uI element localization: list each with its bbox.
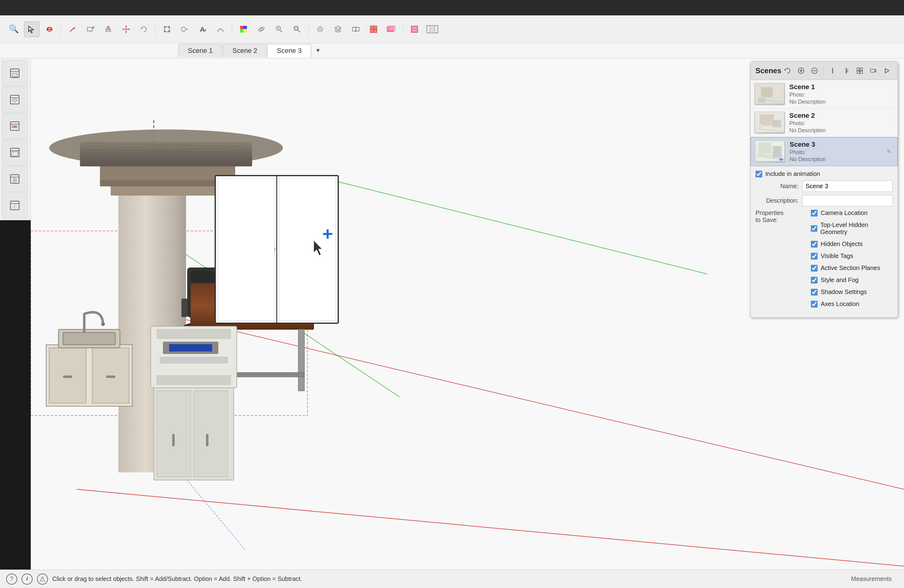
svg-rect-64 [12,125,14,128]
scale-icon[interactable] [159,22,175,37]
sidebar-btn-entity[interactable]: i [2,193,28,218]
search-tool-icon[interactable]: 🔍 [6,22,22,37]
scene-3-edit-button[interactable]: ✎ [884,147,893,156]
svg-rect-39 [295,27,297,30]
prop-hidden-geom-label: Top-Level Hidden Geometry [820,221,893,236]
sidebar-btn-home[interactable] [2,60,28,86]
svg-rect-136 [194,391,228,477]
prop-axes-checkbox[interactable] [811,301,818,308]
svg-rect-177 [773,146,781,158]
scene-tab-1[interactable]: Scene 1 [179,44,222,57]
scene-more-button[interactable] [881,65,893,77]
section-icon[interactable] [348,22,363,37]
scene-thumb-1 [754,83,785,105]
zoom-icon[interactable] [272,22,287,37]
svg-line-4 [70,31,71,32]
arc-icon[interactable] [213,22,228,37]
prop-hidden-obj-checkbox[interactable] [811,241,818,248]
svg-rect-142 [218,178,274,321]
draw-tool-icon[interactable] [83,22,98,37]
svg-rect-174 [758,143,771,154]
svg-marker-10 [107,25,109,27]
scenes-panel-header: Scenes [751,62,898,80]
description-input[interactable] [802,195,893,206]
layers-icon[interactable] [330,22,346,37]
svg-marker-41 [335,26,341,29]
info-circle-icon[interactable]: i [22,574,33,585]
svg-rect-66 [17,125,18,128]
section4-icon[interactable] [407,22,422,37]
warning-cursor-icon[interactable]: ⚠ [37,574,48,585]
scene-item-1[interactable]: Scene 1 Photo: No Description [751,80,898,109]
svg-rect-30 [243,29,247,33]
svg-text:+: + [322,224,333,244]
scene-tab-3[interactable]: Scene 3 [267,44,311,57]
svg-marker-45 [355,31,357,32]
measurements-label: Measurements [851,575,892,582]
sidebar-btn-components[interactable] [2,140,28,166]
svg-marker-14 [125,32,127,33]
scene-prop2-button[interactable] [840,65,852,77]
prop-style-fog-label: Style and Fog [821,277,858,283]
prop-shadow-settings-checkbox[interactable] [811,289,818,296]
svg-rect-132 [157,376,231,385]
svg-point-37 [294,26,298,30]
svg-rect-59 [11,95,19,104]
svg-point-32 [260,28,262,30]
name-label: Name: [755,183,798,190]
scene-prop1-button[interactable] [827,65,839,77]
name-input[interactable] [802,180,893,192]
add-scene-button[interactable] [795,65,807,77]
svg-rect-46 [370,26,373,29]
scene-tabs-more-arrow[interactable]: ▼ [312,45,324,56]
paint-icon[interactable] [236,22,251,37]
section2-icon[interactable] [366,22,381,37]
prop-style-fog-row: Style and Fog [811,277,893,283]
scene-item-2[interactable]: Scene 2 Photo: No Description [751,109,898,137]
scene-grid-button[interactable] [854,65,866,77]
eraser-tool-icon[interactable] [42,22,57,37]
push-pull-icon[interactable] [101,22,116,37]
settings-icon[interactable] [312,22,328,37]
prop-camera-checkbox[interactable] [811,210,818,217]
sidebar-btn-layers[interactable] [2,87,28,112]
grid-icon[interactable] [425,22,440,37]
question-icon[interactable]: ? [6,574,17,585]
svg-text:≡: ≡ [204,28,206,33]
text-icon[interactable]: A≡ [195,22,210,37]
prop-style-fog-checkbox[interactable] [811,277,818,283]
svg-rect-119 [182,299,188,317]
tape-icon[interactable] [177,22,193,37]
refresh-scenes-button[interactable] [782,65,793,77]
zoom-extents-icon[interactable] [289,22,305,37]
rotate-icon[interactable] [136,22,152,37]
svg-point-115 [101,322,105,326]
scene-tab-2[interactable]: Scene 2 [223,44,267,57]
pencil-tool-icon[interactable] [65,22,80,37]
scene-item-3[interactable]: Scene 3 Photo: No Description ✎ [751,137,898,166]
sidebar-btn-scenes[interactable] [2,166,28,192]
svg-rect-110 [63,376,72,378]
svg-marker-15 [122,28,123,30]
prop-visible-tags-row: Visible Tags [811,253,893,259]
prop-section-planes-checkbox[interactable] [811,265,818,272]
prop-hidden-geom-checkbox[interactable] [811,225,817,232]
scene-list: Scene 1 Photo: No Description [751,80,898,166]
remove-scene-button[interactable] [809,65,820,77]
svg-rect-157 [860,68,863,70]
svg-rect-69 [12,152,18,156]
svg-rect-97 [111,187,224,196]
orbit-icon[interactable] [254,22,269,37]
properties-checkboxes: Camera Location Top-Level Hidden Geometr… [811,209,893,311]
svg-rect-5 [87,27,92,31]
scene-camera-button[interactable] [868,65,879,77]
section3-icon[interactable] [384,22,399,37]
include-animation-checkbox[interactable] [755,171,762,177]
svg-rect-137 [172,434,175,446]
select-tool-icon[interactable] [24,22,40,37]
svg-rect-160 [871,69,875,72]
main-toolbar: 🔍 A≡ [0,15,904,43]
move-icon[interactable] [119,22,134,37]
sidebar-btn-materials[interactable] [2,113,28,139]
prop-visible-tags-checkbox[interactable] [811,253,818,259]
